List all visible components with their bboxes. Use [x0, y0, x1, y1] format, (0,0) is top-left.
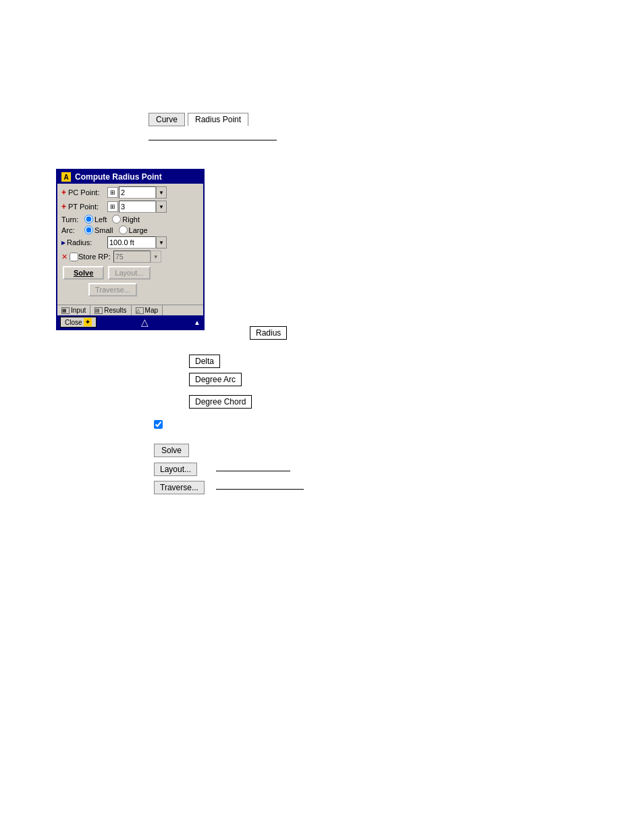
dialog-body: + PC Point: ⊞ ▼ + PT Point: ⊞ ▼ Turn:: [57, 184, 203, 302]
radius-field-label: ▶ Radius:: [61, 238, 107, 246]
radius-triangle-icon: ▶: [61, 240, 65, 246]
dialog-tab-input[interactable]: ▦ Input: [57, 305, 90, 315]
up-arrow-icon: ▲: [194, 319, 200, 326]
degree-chord-label: Degree Chord: [189, 395, 252, 409]
bottom-traverse-button[interactable]: Traverse...: [154, 481, 205, 494]
dialog-tab-results[interactable]: ▤ Results: [90, 305, 131, 315]
curve-tab[interactable]: Curve: [149, 113, 185, 126]
store-rp-input[interactable]: [113, 251, 151, 263]
dialog-tab-map[interactable]: △ Map: [132, 305, 163, 315]
traverse-underline: [216, 489, 304, 490]
compute-radius-point-dialog: A Compute Radius Point + PC Point: ⊞ ▼ +…: [56, 169, 205, 330]
results-tab-icon: ▤: [95, 307, 103, 314]
pt-plus-icon: +: [61, 202, 66, 211]
pc-plus-icon: +: [61, 188, 66, 197]
pt-point-icon: ⊞: [107, 201, 118, 212]
degree-arc-label: Degree Arc: [189, 373, 242, 386]
dialog-layout-button[interactable]: Layout...: [108, 266, 150, 280]
store-x-icon: ✕: [61, 253, 68, 261]
pc-point-dropdown[interactable]: ▼: [156, 186, 167, 199]
pt-point-dropdown[interactable]: ▼: [156, 201, 167, 213]
main-checkbox[interactable]: [154, 420, 163, 429]
arc-small-label[interactable]: Small: [84, 226, 113, 234]
pt-point-input-wrap: ⊞ ▼: [107, 201, 199, 213]
radius-input[interactable]: [107, 236, 156, 249]
dialog-button-row: Solve Layout...: [61, 266, 199, 280]
turn-right-radio[interactable]: [112, 215, 121, 224]
pt-point-label: + PT Point:: [61, 202, 107, 211]
bottom-layout-button[interactable]: Layout...: [154, 463, 197, 476]
turn-label: Turn:: [61, 215, 82, 224]
close-button[interactable]: Close ✦: [60, 317, 97, 328]
radius-point-tab[interactable]: Radius Point: [188, 113, 248, 126]
radius-dropdown[interactable]: ▼: [156, 236, 167, 249]
input-tab-icon: ▦: [61, 307, 70, 314]
delta-label: Delta: [189, 355, 220, 368]
dialog-title-bar: A Compute Radius Point: [57, 170, 203, 184]
store-rp-label: Store RP:: [78, 253, 111, 261]
main-checkbox-area: [154, 420, 163, 429]
arc-large-radio[interactable]: [119, 226, 128, 234]
pt-point-row: + PT Point: ⊞ ▼: [61, 201, 199, 213]
turn-left-radio[interactable]: [84, 215, 93, 224]
turn-row: Turn: Left Right: [61, 215, 199, 224]
arc-small-radio[interactable]: [84, 226, 93, 234]
radius-right-label: Radius: [250, 326, 287, 340]
arc-large-label[interactable]: Large: [119, 226, 148, 234]
store-rp-dropdown[interactable]: ▼: [151, 251, 161, 263]
store-rp-row: ✕ Store RP: ▼: [61, 251, 199, 263]
dialog-bottom-bar: Close ✦ △ ▲: [57, 315, 203, 329]
arc-row: Arc: Small Large: [61, 226, 199, 234]
dialog-title-icon: A: [61, 172, 71, 182]
dialog-solve-button[interactable]: Solve: [63, 266, 104, 280]
map-tab-icon: △: [136, 307, 144, 314]
pc-point-row: + PC Point: ⊞ ▼: [61, 186, 199, 199]
dialog-title-text: Compute Radius Point: [75, 172, 162, 182]
bottom-solve-button[interactable]: Solve: [154, 444, 189, 457]
turn-left-label[interactable]: Left: [84, 215, 107, 224]
pc-point-input[interactable]: [119, 186, 156, 199]
radius-row: ▶ Radius: ▼: [61, 236, 199, 249]
turn-right-label[interactable]: Right: [112, 215, 140, 224]
close-icon: ✦: [84, 318, 92, 326]
pc-point-label: + PC Point:: [61, 188, 107, 197]
layout-underline: [216, 471, 290, 471]
top-tab-group: Curve Radius Point: [149, 113, 248, 126]
pc-point-icon: ⊞: [107, 187, 118, 198]
tab-underline: [149, 140, 277, 140]
traverse-row: Traverse...: [61, 283, 199, 299]
arc-label: Arc:: [61, 226, 82, 234]
dialog-traverse-button[interactable]: Traverse...: [88, 283, 137, 296]
store-rp-checkbox[interactable]: [70, 253, 78, 261]
map-triangle-icon: △: [141, 317, 149, 328]
dialog-tab-bar: ▦ Input ▤ Results △ Map: [57, 305, 203, 315]
pt-point-input[interactable]: [119, 201, 156, 213]
pc-point-input-wrap: ⊞ ▼: [107, 186, 199, 199]
